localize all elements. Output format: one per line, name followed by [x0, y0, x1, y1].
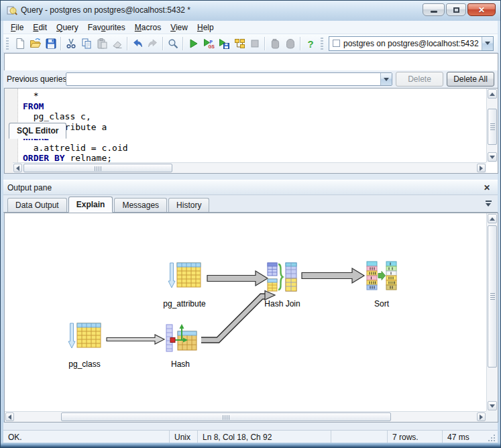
delete-button[interactable]: Delete	[396, 72, 443, 87]
tab-history[interactable]: History	[168, 198, 209, 212]
edge-hash-hashjoin	[201, 291, 275, 341]
rollback-icon	[284, 38, 296, 50]
new-file-icon	[14, 38, 26, 50]
redo-button[interactable]	[145, 36, 160, 51]
sql-editor[interactable]: *FROM pg_class c, pg_attribute aWHERE a.…	[4, 88, 498, 174]
tab-explain[interactable]: Explain	[68, 197, 113, 213]
minimize-button[interactable]	[423, 3, 445, 16]
toolbar: PGS?postgres on postgres@localhost:5432	[3, 34, 498, 53]
explain-query-button[interactable]	[231, 36, 247, 51]
previous-queries-combobox[interactable]	[66, 72, 392, 86]
scroll-down-button[interactable]	[488, 152, 497, 162]
menu-query[interactable]: Query	[52, 21, 83, 34]
scroll-thumb[interactable]	[488, 225, 497, 368]
sql-token: *	[23, 91, 38, 101]
sql-token: relname;	[65, 153, 112, 163]
svg-text:P: P	[209, 40, 213, 44]
editor-horizontal-scrollbar[interactable]	[13, 162, 486, 173]
connection-combobox[interactable]: postgres on postgres@localhost:5432	[329, 36, 494, 51]
node-label: Sort	[374, 299, 390, 309]
scroll-right-button[interactable]	[477, 164, 486, 172]
delete-all-button[interactable]: Delete All	[447, 72, 494, 87]
scroll-up-button[interactable]	[488, 89, 497, 99]
scroll-down-button[interactable]	[488, 401, 497, 410]
tab-list-button[interactable]	[483, 199, 494, 209]
save-file-button[interactable]	[43, 36, 58, 51]
explain-pane[interactable]: pg_attribute Hash Join	[4, 213, 498, 423]
clear-window-button[interactable]	[109, 36, 125, 51]
close-button[interactable]: ✕	[467, 3, 496, 16]
sort-icon[interactable]	[367, 262, 396, 290]
open-file-button[interactable]	[27, 36, 43, 51]
sql-line: FROM	[23, 101, 128, 112]
connection-status-icon	[333, 40, 340, 47]
status-query-time: 47 ms	[443, 431, 498, 444]
find-icon	[167, 38, 179, 50]
close-icon: ✕	[478, 6, 485, 14]
explain-horizontal-scrollbar[interactable]	[5, 411, 486, 422]
scroll-left-button[interactable]	[13, 164, 22, 172]
status-message: OK.	[3, 431, 170, 444]
hash-icon[interactable]	[166, 324, 197, 351]
status-bar: OK. Unix Ln 8, Col 18, Ch 92 7 rows. 47 …	[3, 430, 498, 444]
output-pane-close-button[interactable]: ✕	[482, 182, 492, 193]
table-scan-icon[interactable]	[68, 323, 101, 348]
node-label: pg_attribute	[163, 299, 206, 309]
menu-help[interactable]: Help	[192, 21, 219, 34]
menu-view[interactable]: View	[166, 21, 192, 34]
node-label: Hash Join	[264, 299, 300, 309]
execute-query-button[interactable]	[185, 36, 201, 51]
sql-line: pg_class c,	[23, 111, 128, 122]
execute-to-file-button[interactable]	[216, 36, 231, 51]
scroll-thumb[interactable]	[488, 109, 497, 145]
arrow-down-icon	[490, 404, 495, 408]
pane-splitter[interactable]	[3, 174, 498, 180]
menu-favourites[interactable]: Favourites	[83, 21, 130, 34]
sql-line: a.attrelid = c.oid	[23, 143, 128, 154]
scroll-thumb[interactable]	[61, 412, 391, 421]
table-scan-icon[interactable]	[168, 263, 201, 288]
find-replace-button[interactable]	[165, 36, 180, 51]
toolbar-separator	[127, 37, 127, 50]
toolbar-separator	[162, 37, 163, 50]
combo-dropdown-button[interactable]	[482, 37, 493, 50]
undo-button[interactable]	[129, 36, 145, 51]
hash-join-icon[interactable]	[268, 263, 296, 291]
execute-pgscript-button[interactable]: PGS	[201, 36, 216, 51]
cancel-query-button[interactable]	[247, 36, 262, 51]
tab-sql-editor[interactable]: SQL Editor	[9, 123, 66, 139]
menu-macros[interactable]: Macros	[130, 21, 166, 34]
toolbar-grip[interactable]	[321, 38, 323, 50]
previous-queries-row: Previous queries Delete Delete All	[3, 70, 498, 88]
editor-vertical-scrollbar[interactable]	[486, 89, 498, 162]
resize-grip[interactable]	[494, 440, 495, 441]
copy-button[interactable]	[78, 36, 94, 51]
minimize-icon	[431, 11, 437, 13]
paste-button[interactable]	[94, 36, 109, 51]
scroll-left-button[interactable]	[5, 412, 14, 421]
tab-messages[interactable]: Messages	[114, 198, 167, 212]
toolbar-grip[interactable]	[6, 38, 9, 50]
output-pane-title: Output pane	[7, 183, 52, 192]
chevron-down-icon	[384, 78, 389, 81]
execute-icon	[187, 38, 199, 50]
rollback-transaction-button[interactable]	[282, 36, 298, 51]
new-query-window-button[interactable]	[12, 36, 27, 51]
menu-bar: FileEditQueryFavouritesMacrosViewHelp	[3, 21, 498, 34]
scroll-up-button[interactable]	[488, 214, 497, 223]
thumb-grip	[490, 123, 495, 130]
help-button[interactable]: ?	[302, 36, 318, 51]
menu-file[interactable]: File	[6, 21, 28, 34]
scroll-right-button[interactable]	[477, 412, 486, 421]
explain-vertical-scrollbar[interactable]	[486, 213, 498, 411]
scroll-thumb[interactable]	[23, 164, 172, 172]
menu-edit[interactable]: Edit	[28, 21, 52, 34]
cut-button[interactable]	[63, 36, 78, 51]
tab-data-output[interactable]: Data Output	[7, 198, 67, 212]
commit-transaction-button[interactable]	[267, 36, 282, 51]
connection-value: postgres on postgres@localhost:5432	[343, 39, 479, 48]
toolbar-separator	[60, 37, 61, 50]
maximize-button[interactable]	[446, 3, 466, 16]
combo-dropdown-button[interactable]	[380, 73, 392, 85]
title-bar[interactable]: Query - postgres on postgres@localhost:5…	[1, 1, 500, 21]
